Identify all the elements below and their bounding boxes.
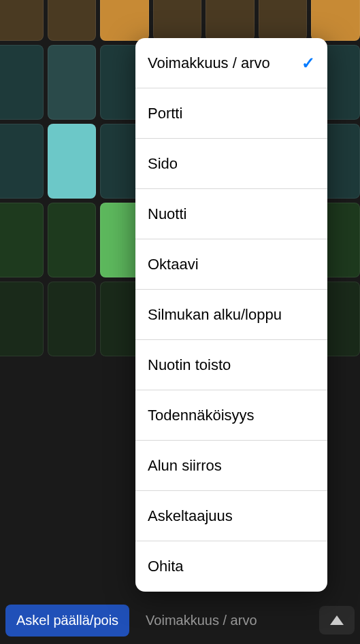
menu-item-label: Portti xyxy=(148,105,182,122)
grid-cell[interactable] xyxy=(48,124,97,199)
menu-item-loop[interactable]: Silmukan alku/loppu xyxy=(135,290,327,340)
grid-cell[interactable] xyxy=(48,203,97,277)
menu-item-gate[interactable]: Portti xyxy=(135,88,327,139)
step-toggle-button[interactable]: Askel päällä/pois xyxy=(5,605,129,637)
grid-cell[interactable] xyxy=(0,0,44,41)
current-mode-button[interactable]: Voimakkuus / arvo xyxy=(135,605,314,637)
triangle-up-icon xyxy=(330,615,344,625)
menu-item-label: Voimakkuus / arvo xyxy=(148,54,270,72)
grid-cell[interactable] xyxy=(0,282,44,356)
menu-item-label: Alun siirros xyxy=(148,457,222,475)
menu-item-label: Oktaavi xyxy=(148,256,199,273)
dropdown-toggle-button[interactable] xyxy=(319,606,355,634)
menu-item-probability[interactable]: Todennäköisyys xyxy=(135,390,327,441)
grid-cell[interactable] xyxy=(48,282,97,356)
menu-item-label: Askeltaajuus xyxy=(148,507,233,525)
menu-item-step-rate[interactable]: Askeltaajuus xyxy=(135,491,327,541)
menu-item-offset[interactable]: Alun siirros xyxy=(135,441,327,491)
menu-item-velocity[interactable]: Voimakkuus / arvo ✓ xyxy=(135,38,327,88)
bottom-toolbar: Askel päällä/pois Voimakkuus / arvo xyxy=(0,596,360,644)
menu-item-octave[interactable]: Oktaavi xyxy=(135,239,327,290)
menu-item-label: Silmukan alku/loppu xyxy=(148,306,282,324)
grid-cell[interactable] xyxy=(0,124,44,199)
checkmark-icon: ✓ xyxy=(301,54,315,73)
menu-item-label: Nuotti xyxy=(148,205,186,223)
grid-cell[interactable] xyxy=(0,45,44,120)
menu-item-skip[interactable]: Ohita xyxy=(135,541,327,592)
menu-item-note-repeat[interactable]: Nuotin toisto xyxy=(135,340,327,390)
menu-item-label: Todennäköisyys xyxy=(148,407,255,424)
mode-selection-popover: Voimakkuus / arvo ✓ Portti Sido Nuotti O… xyxy=(135,38,327,592)
grid-cell[interactable] xyxy=(48,0,97,41)
grid-cell[interactable] xyxy=(100,0,149,41)
grid-cell[interactable] xyxy=(0,203,44,277)
menu-item-tie[interactable]: Sido xyxy=(135,139,327,189)
grid-cell[interactable] xyxy=(48,45,97,120)
menu-item-label: Ohita xyxy=(148,558,184,575)
menu-item-label: Sido xyxy=(148,155,178,173)
menu-item-note[interactable]: Nuotti xyxy=(135,189,327,239)
menu-item-label: Nuotin toisto xyxy=(148,356,231,374)
